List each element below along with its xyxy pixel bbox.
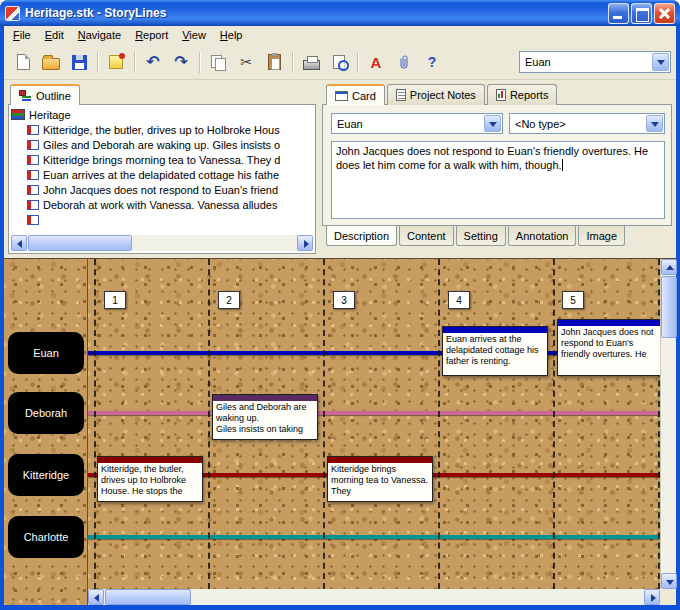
scroll-down-icon[interactable] xyxy=(661,573,677,589)
tab-outline[interactable]: Outline xyxy=(10,84,80,105)
tab-image[interactable]: Image xyxy=(578,226,625,246)
copy-button[interactable] xyxy=(205,49,231,75)
character-chip-euan[interactable]: Euan xyxy=(8,332,84,374)
tree-item[interactable]: Euan arrives at the delapidated cottage … xyxy=(11,167,313,182)
tree-item[interactable]: John Jacques does not respond to Euan's … xyxy=(11,182,313,197)
menu-report[interactable]: Report xyxy=(128,27,175,44)
character-chip-charlotte[interactable]: Charlotte xyxy=(8,516,84,558)
reports-tab-icon xyxy=(496,89,506,101)
redo-button[interactable]: ↷ xyxy=(168,49,194,75)
menu-file[interactable]: File xyxy=(6,27,38,44)
menu-view[interactable]: View xyxy=(175,27,213,44)
storylines-window: Heritage.stk - StoryLines File Edit Navi… xyxy=(0,0,680,610)
tree-item[interactable]: Kitteridge, the butler, drives up to Hol… xyxy=(11,122,313,137)
chevron-down-icon[interactable] xyxy=(652,53,669,71)
scroll-right-icon[interactable] xyxy=(297,235,313,251)
scroll-up-icon[interactable] xyxy=(661,259,677,275)
chevron-down-icon[interactable] xyxy=(484,115,501,132)
close-button[interactable] xyxy=(654,3,675,24)
titlebar[interactable]: Heritage.stk - StoryLines xyxy=(0,0,680,26)
tab-project-notes[interactable]: Project Notes xyxy=(387,84,485,105)
card-tab-page: Euan <No type> John Jacques does not res… xyxy=(322,104,672,226)
tab-description[interactable]: Description xyxy=(326,226,397,246)
tree-item[interactable] xyxy=(11,212,313,227)
tab-description-label: Description xyxy=(334,230,389,242)
tab-annotation[interactable]: Annotation xyxy=(508,226,577,246)
column-number-card[interactable]: 5 xyxy=(562,291,584,309)
outline-tree-icon xyxy=(19,90,32,101)
undo-button[interactable]: ↶ xyxy=(140,49,166,75)
column-number-card[interactable]: 4 xyxy=(448,291,470,309)
scrollbar-thumb[interactable] xyxy=(28,235,132,251)
minimize-button[interactable] xyxy=(608,3,629,24)
paste-button[interactable] xyxy=(261,49,287,75)
story-card-euan-5[interactable]: John Jacques does not respond to Euan's … xyxy=(557,319,660,376)
character-chip-deborah[interactable]: Deborah xyxy=(8,392,84,434)
column-divider xyxy=(438,259,440,589)
card-type-combo-value: <No type> xyxy=(515,118,566,130)
maximize-button[interactable] xyxy=(631,3,652,24)
outline-tree-list: Heritage Kitteridge, the butler, drives … xyxy=(11,107,313,235)
open-button[interactable] xyxy=(38,49,64,75)
storyline-deborah xyxy=(88,411,660,415)
tree-item[interactable]: Giles and Deborah are waking up. Giles i… xyxy=(11,137,313,152)
scroll-left-icon[interactable] xyxy=(88,589,104,605)
board-canvas[interactable]: 1 2 3 4 5 Kitteridge, the butler, drives… xyxy=(88,259,660,589)
story-card-deborah-2[interactable]: Giles and Deborah are waking up. Giles i… xyxy=(212,394,318,440)
copy-icon xyxy=(211,55,226,70)
column-number-card[interactable]: 3 xyxy=(333,291,355,309)
scroll-right-icon[interactable] xyxy=(644,589,660,605)
card-panel-tabs: Card Project Notes Reports xyxy=(326,84,557,105)
story-card-kitteridge-1[interactable]: Kitteridge, the butler, drives up to Hol… xyxy=(97,456,203,502)
outline-horizontal-scrollbar[interactable] xyxy=(11,235,313,251)
card-type-combo[interactable]: <No type> xyxy=(509,113,665,134)
card-text: Giles and Deborah are waking up. Giles i… xyxy=(213,401,317,436)
card-text: Kitteridge, the butler, drives up to Hol… xyxy=(98,463,202,498)
toolbar-character-combo[interactable]: Euan xyxy=(519,51,671,73)
tab-reports[interactable]: Reports xyxy=(487,84,558,105)
tab-card[interactable]: Card xyxy=(326,84,385,105)
help-icon: ? xyxy=(428,55,437,69)
menu-edit[interactable]: Edit xyxy=(38,27,71,44)
tab-content-label: Content xyxy=(407,230,446,242)
menu-navigate[interactable]: Navigate xyxy=(71,27,128,44)
help-button[interactable]: ? xyxy=(419,49,445,75)
column-divider xyxy=(94,259,96,589)
card-text: John Jacques does not respond to Euan's … xyxy=(558,326,660,361)
menu-help[interactable]: Help xyxy=(213,27,250,44)
character-chip-kitteridge[interactable]: Kitteridge xyxy=(8,454,84,496)
scrollbar-thumb[interactable] xyxy=(105,589,191,605)
print-button[interactable] xyxy=(298,49,324,75)
tree-root[interactable]: Heritage xyxy=(11,107,313,122)
tree-item-label: Euan arrives at the delapidated cottage … xyxy=(43,169,279,181)
outline-panel: Outline Heritage Kitteridge, the butler,… xyxy=(8,84,316,254)
font-button[interactable]: A xyxy=(363,49,389,75)
cut-button[interactable]: ✂ xyxy=(233,49,259,75)
story-card-kitteridge-3[interactable]: Kitteridge brings morning tea to Vanessa… xyxy=(327,456,433,502)
column-number-card[interactable]: 2 xyxy=(218,291,240,309)
tab-setting[interactable]: Setting xyxy=(456,226,506,246)
attachment-button[interactable] xyxy=(391,49,417,75)
new-button[interactable] xyxy=(10,49,36,75)
card-character-combo[interactable]: Euan xyxy=(331,113,503,134)
print-preview-button[interactable] xyxy=(326,49,352,75)
scrollbar-thumb[interactable] xyxy=(661,276,677,338)
redo-icon: ↷ xyxy=(174,54,187,70)
story-card-euan-4[interactable]: Euan arrives at the delapidated cottage … xyxy=(442,326,548,376)
tree-item-label: Kitteridge brings morning tea to Vanessa… xyxy=(43,154,280,166)
column-number-card[interactable]: 1 xyxy=(104,291,126,309)
undo-icon: ↶ xyxy=(146,54,159,70)
tab-content[interactable]: Content xyxy=(399,226,454,246)
board-horizontal-scrollbar[interactable] xyxy=(88,589,660,605)
description-textarea[interactable]: John Jacques does not respond to Euan's … xyxy=(331,141,665,219)
tree-item[interactable]: Kitteridge brings morning tea to Vanessa… xyxy=(11,152,313,167)
scroll-left-icon[interactable] xyxy=(11,235,27,251)
save-button[interactable] xyxy=(66,49,92,75)
tree-item-label: Giles and Deborah are waking up. Giles i… xyxy=(43,139,280,151)
storyline-charlotte xyxy=(88,535,660,539)
board-vertical-scrollbar[interactable] xyxy=(660,259,676,589)
chevron-down-icon[interactable] xyxy=(646,115,663,132)
card-tab-icon xyxy=(335,91,348,101)
new-card-button[interactable] xyxy=(103,49,129,75)
tree-item[interactable]: Deborah at work with Vanessa. Vanessa al… xyxy=(11,197,313,212)
